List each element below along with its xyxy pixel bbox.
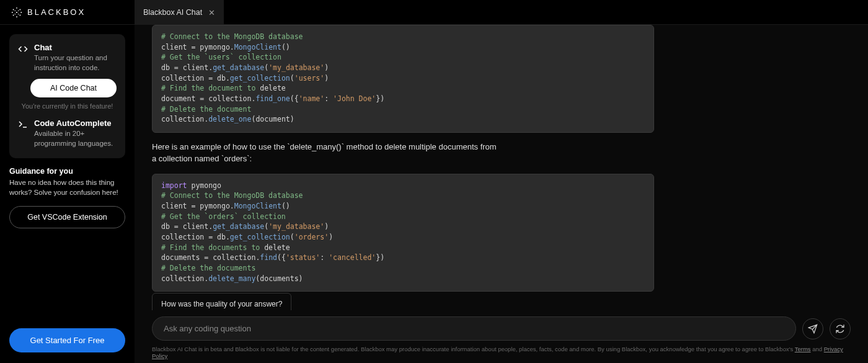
feature-title: Chat: [34, 43, 117, 52]
feature-autocomplete[interactable]: Code AutoComplete Available in 20+ progr…: [18, 119, 117, 148]
feedback-box: How was the quality of your answer?: [152, 293, 291, 310]
ai-code-chat-button[interactable]: AI Code Chat: [30, 79, 117, 97]
guidance-desc: Have no idea how does this thing works? …: [9, 178, 125, 197]
feature-desc: Turn your question and instruction into …: [34, 53, 117, 73]
terms-link[interactable]: Terms: [795, 346, 811, 352]
terminal-icon: [18, 119, 28, 130]
tab-label: Blackbox AI Chat: [143, 8, 202, 17]
main-pane: # Connect to the MongoDB database client…: [135, 25, 868, 363]
guidance-title: Guidance for you: [9, 167, 125, 176]
assistant-prose: Here is an example of how to use the `de…: [152, 141, 499, 165]
logo-icon: [11, 7, 22, 18]
svg-point-4: [16, 11, 17, 12]
feature-desc: Available in 20+ programming languages.: [34, 129, 117, 148]
sidebar: Chat Turn your question and instruction …: [0, 25, 135, 363]
refresh-button[interactable]: [830, 318, 851, 339]
tab-chat[interactable]: Blackbox AI Chat ✕: [135, 0, 224, 25]
code-icon: [18, 43, 28, 54]
brand-text: BLACKBOX: [27, 7, 86, 17]
svg-point-6: [13, 14, 14, 16]
brand-area: BLACKBOX: [0, 7, 135, 18]
send-button[interactable]: [802, 318, 823, 339]
svg-point-5: [20, 12, 22, 13]
svg-point-3: [12, 12, 13, 13]
feedback-question: How was the quality of your answer?: [161, 300, 282, 308]
tab-bar: Blackbox AI Chat ✕: [135, 0, 224, 25]
get-started-button[interactable]: Get Started For Free: [9, 328, 125, 352]
feature-chat[interactable]: Chat Turn your question and instruction …: [18, 43, 117, 73]
svg-point-10: [18, 10, 19, 11]
svg-point-8: [16, 16, 17, 17]
svg-point-11: [15, 13, 16, 14]
svg-point-7: [20, 14, 21, 16]
current-feature-text: You're currently in this feature!: [18, 102, 117, 110]
svg-point-0: [16, 7, 17, 8]
svg-point-1: [13, 9, 14, 10]
chat-content: # Connect to the MongoDB database client…: [135, 25, 868, 310]
header-bar: BLACKBOX Blackbox AI Chat ✕: [0, 0, 868, 25]
guidance-block: Guidance for you Have no idea how does t…: [9, 167, 125, 228]
feature-card: Chat Turn your question and instruction …: [9, 34, 125, 158]
svg-point-2: [20, 9, 21, 10]
code-block[interactable]: import pymongo # Connect to the MongoDB …: [152, 174, 654, 292]
input-bar: [135, 310, 868, 344]
close-icon[interactable]: ✕: [208, 8, 215, 17]
chat-input[interactable]: [152, 316, 796, 341]
get-extension-button[interactable]: Get VSCode Extension: [9, 206, 125, 228]
code-block[interactable]: # Connect to the MongoDB database client…: [152, 25, 654, 133]
svg-point-9: [15, 10, 16, 11]
disclaimer: Blackbox AI Chat is in beta and Blackbox…: [135, 344, 868, 363]
svg-point-12: [18, 13, 19, 14]
feature-title: Code AutoComplete: [34, 119, 117, 128]
